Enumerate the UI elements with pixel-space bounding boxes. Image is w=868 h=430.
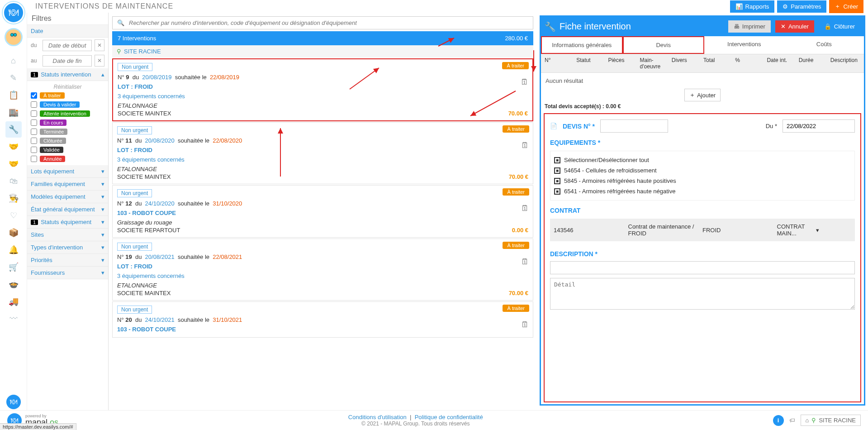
date-from-input[interactable] xyxy=(43,40,92,51)
devis-col-header: Total xyxy=(703,57,733,70)
calendar-icon[interactable]: 🗓 xyxy=(521,141,529,150)
filter-collapsible-section[interactable]: Fournisseurs▾ xyxy=(27,267,108,279)
status-chip: À traiter xyxy=(40,92,65,99)
select-all-checkbox[interactable]: ■Sélectionner/Désélectionner tout xyxy=(554,155,851,165)
fiche-title: Fiche intervention xyxy=(560,21,631,32)
status-filter-item[interactable]: À traiter xyxy=(31,91,104,100)
app-logo[interactable]: 🍽 xyxy=(3,2,24,24)
site-header[interactable]: ⚲ SITE RACINE xyxy=(112,45,533,57)
calendar-icon[interactable]: 🗓 xyxy=(521,320,529,330)
fiche-tab[interactable]: Devis xyxy=(623,36,705,54)
intervention-card[interactable]: Non urgent À traiter N° 11 du 20/08/2020… xyxy=(112,122,533,184)
intervention-card[interactable]: Non urgent À traiter N° 19 du 20/08/2021… xyxy=(112,239,533,301)
equipment-checkbox[interactable]: ■5845 - Armoires réfrigérées haute posit… xyxy=(554,176,851,186)
fiche-tab[interactable]: Informations générales xyxy=(541,36,623,54)
devis-col-header: Pièces xyxy=(608,57,638,70)
equipment-checkbox[interactable]: ■54654 - Cellules de refroidissement xyxy=(554,165,851,176)
fiche-tab[interactable]: Coûts xyxy=(784,36,864,54)
reports-button[interactable]: 📊 Rapports xyxy=(730,0,775,13)
settings-button[interactable]: ⚙ Paramètres xyxy=(777,0,826,13)
status-filter-item[interactable]: Attente intervention xyxy=(31,109,104,118)
avatar[interactable] xyxy=(5,28,23,46)
nav-more-icon[interactable]: 〰 xyxy=(5,311,22,327)
filter-collapsible-section[interactable]: Lots équipement▾ xyxy=(27,165,108,178)
clear-to-button[interactable]: ✕ xyxy=(95,55,104,67)
list-total: 280.00 € xyxy=(505,35,528,42)
priority-tag: Non urgent xyxy=(117,243,152,251)
status-filter-item[interactable]: Clôturée xyxy=(31,136,104,145)
nav-maintenance-icon[interactable]: 🔧 xyxy=(5,121,22,138)
nav-chef-icon[interactable]: 👨‍🍳 xyxy=(5,190,22,206)
equipment-checkbox[interactable]: ■6541 - Armoires réfrigérées haute négat… xyxy=(554,186,851,196)
fiche-tab[interactable]: Interventions xyxy=(704,36,784,54)
calendar-icon[interactable]: 🗓 xyxy=(521,77,529,87)
price: 70.00 € xyxy=(509,290,528,296)
add-devis-button[interactable]: ＋ Ajouter xyxy=(684,89,721,101)
nav-edit-icon[interactable]: ✎ xyxy=(5,70,22,86)
nav-hand-icon[interactable]: 🤝 xyxy=(5,139,22,155)
page-title: INTERVENTIONS DE MAINTENANCE xyxy=(35,2,173,10)
company-name: SOCIETE MAINTEX xyxy=(117,173,171,180)
create-button[interactable]: ＋ Créer xyxy=(829,0,863,13)
filter-status-section[interactable]: 1Statuts intervention ▴ xyxy=(27,68,108,81)
status-filter-item[interactable]: Annulée xyxy=(31,154,104,163)
close-button[interactable]: 🔒 Clôturer xyxy=(819,20,860,33)
priority-tag: Non urgent xyxy=(117,189,152,197)
nav-box-icon[interactable]: 📦 xyxy=(5,225,22,241)
company-name: SOCIETE MAINTEX xyxy=(118,110,171,117)
nav-food-icon[interactable]: 🍲 xyxy=(5,276,22,292)
status-filter-item[interactable]: En cours xyxy=(31,118,104,127)
devis-no-input[interactable] xyxy=(600,119,668,133)
calendar-icon[interactable]: 🗓 xyxy=(521,257,529,267)
calendar-icon[interactable]: 🗓 xyxy=(521,204,529,213)
date-from-label: du xyxy=(31,42,40,48)
nav-home-icon[interactable]: ⌂ xyxy=(5,53,22,69)
status-filter-item[interactable]: Devis à valider xyxy=(31,100,104,109)
search-input[interactable] xyxy=(129,19,528,26)
reset-link[interactable]: Réinitialiser xyxy=(31,83,104,91)
nav-store-icon[interactable]: 🏬 xyxy=(5,104,22,120)
intervention-card[interactable]: Non urgent À traiter N° 20 du 24/10/2021… xyxy=(112,301,533,338)
status-checkbox[interactable] xyxy=(31,138,37,144)
status-checkbox[interactable] xyxy=(31,101,37,108)
status-filter-item[interactable]: Validée xyxy=(31,145,104,154)
filter-collapsible-section[interactable]: Sites▾ xyxy=(27,229,108,241)
status-checkbox[interactable] xyxy=(31,156,37,162)
nav-bell-icon[interactable]: 🔔 xyxy=(5,242,22,258)
wrench-icon: 🔧 xyxy=(545,21,556,32)
filter-collapsible-section[interactable]: Priorités▾ xyxy=(27,254,108,267)
status-checkbox[interactable] xyxy=(31,92,37,99)
date-to-input[interactable] xyxy=(43,55,92,67)
status-filter-item[interactable]: Terminée xyxy=(31,127,104,136)
nav-truck-icon[interactable]: 🚚 xyxy=(5,293,22,310)
nav-cart-icon[interactable]: 🛒 xyxy=(5,259,22,275)
search-icon: 🔍 xyxy=(117,19,124,26)
filter-collapsible-section[interactable]: État général équipement▾ xyxy=(27,203,108,216)
devis-col-header: Durée xyxy=(799,57,829,70)
status-checkbox[interactable] xyxy=(31,147,37,153)
devis-col-header: Date int. xyxy=(767,57,797,70)
intervention-card[interactable]: Non urgent À traiter N° 9 du 20/08/2019 … xyxy=(112,58,533,121)
detail-textarea[interactable] xyxy=(550,278,855,310)
filter-collapsible-section[interactable]: Modèles équipement▾ xyxy=(27,191,108,203)
desc-input[interactable] xyxy=(550,261,855,274)
nav-bag-icon[interactable]: 🛍 xyxy=(5,173,22,189)
filter-collapsible-section[interactable]: 1Statuts équipement▾ xyxy=(27,216,108,229)
status-checkbox[interactable] xyxy=(31,129,37,135)
intervention-card[interactable]: Non urgent À traiter N° 12 du 24/10/2020… xyxy=(112,185,533,238)
nav-heart-icon[interactable]: ♡ xyxy=(5,207,22,224)
cancel-button[interactable]: ✕ Annuler xyxy=(775,20,814,33)
devis-date-input[interactable] xyxy=(783,119,855,133)
nav-hand2-icon[interactable]: 🤝 xyxy=(5,156,22,172)
print-button[interactable]: 🖶 Imprimer xyxy=(728,20,771,33)
filter-collapsible-section[interactable]: Types d'intervention▾ xyxy=(27,241,108,254)
caret-down-icon: ▾ xyxy=(101,231,104,238)
status-checkbox[interactable] xyxy=(31,110,37,117)
clear-from-button[interactable]: ✕ xyxy=(95,39,104,51)
status-checkbox[interactable] xyxy=(31,119,37,126)
contract-row[interactable]: 143546 Contrat de maintenance / FROID FR… xyxy=(550,219,855,241)
filter-collapsible-section[interactable]: Familles équipement▾ xyxy=(27,178,108,191)
bottom-logo[interactable]: 🍽 xyxy=(6,395,21,409)
nav-clipboard-icon[interactable]: 📋 xyxy=(5,87,22,103)
caret-down-icon: ▾ xyxy=(101,244,104,251)
